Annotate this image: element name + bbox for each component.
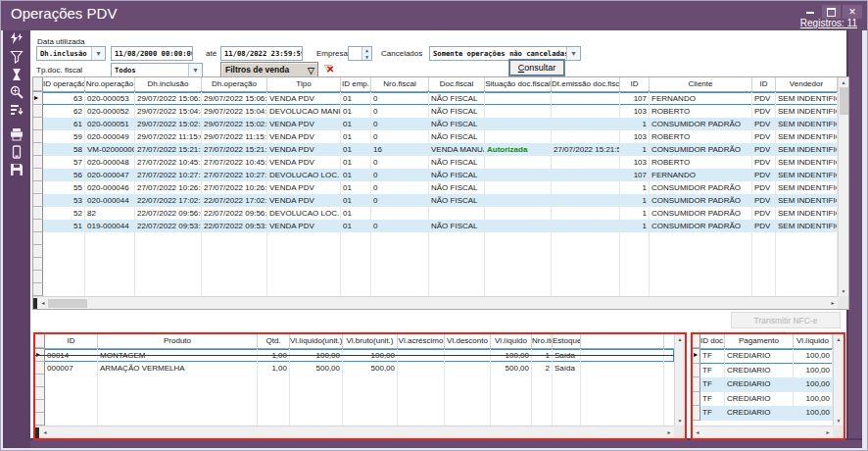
hourglass-icon[interactable] [3, 66, 30, 83]
minimize-button[interactable] [802, 5, 818, 19]
row-selector-cell[interactable]: ▸ [35, 349, 45, 362]
table-row[interactable]: TFCREDIARIO100,00 [693, 392, 833, 407]
consultar-button[interactable]: Consultar [509, 60, 564, 75]
column-header[interactable]: Cliente [650, 77, 752, 91]
table-row[interactable]: 59020-00004929/07/2022 11:15:0029/07/202… [33, 130, 838, 143]
close-button[interactable]: × [843, 5, 862, 19]
column-header[interactable]: Nro.item [532, 334, 553, 348]
row-selector-cell[interactable]: ▸ [693, 349, 700, 364]
scroll-right-icon[interactable]: ► [664, 427, 674, 437]
scroll-down-icon[interactable]: ▼ [839, 286, 848, 296]
table-row[interactable]: 000007ARMAÇÃO VERMELHA1,00500,00500,0050… [35, 362, 674, 375]
column-header[interactable]: Nro.fiscal [371, 77, 429, 91]
row-selector-cell[interactable] [33, 181, 43, 194]
filtros-de-venda-button[interactable]: Filtros de venda ▽ [220, 62, 318, 77]
column-header[interactable]: ID emp. [341, 77, 371, 91]
table-row[interactable]: TFCREDIARIO100,00 [693, 364, 833, 378]
row-selector-cell[interactable] [33, 194, 43, 207]
column-header[interactable]: Produto [98, 334, 258, 348]
items-hscrollbar[interactable]: ◄ ► [35, 426, 674, 438]
hscroll-thumb[interactable] [48, 299, 87, 308]
tp-doc-fiscal-combo[interactable]: Todos ▼ [111, 63, 203, 77]
column-header[interactable]: Estoque [553, 334, 581, 348]
clear-filter-button[interactable]: ▽ ✕ [322, 62, 338, 77]
scroll-right-icon[interactable]: ► [828, 298, 838, 308]
items-vscrollbar[interactable]: ▲ ▼ [674, 334, 685, 426]
row-selector-cell[interactable] [693, 377, 700, 392]
empresa-spinner[interactable]: ▲▼ [348, 46, 372, 61]
scroll-right-icon[interactable]: ► [823, 427, 833, 437]
filter-icon[interactable] [3, 48, 30, 66]
table-row[interactable]: ▸63020-00005329/07/2022 15:06:5229/07/20… [33, 92, 838, 105]
scroll-left-icon[interactable]: ◄ [693, 427, 702, 437]
sort-export-icon[interactable] [3, 101, 30, 119]
column-header[interactable]: Nro.operação [85, 77, 135, 91]
table-row[interactable]: 53020-00004422/07/2022 17:02:2822/07/202… [33, 194, 838, 207]
column-header[interactable]: Vl.líquido [491, 334, 532, 348]
date-field-combo[interactable]: Dh.inclusão ▼ [36, 46, 106, 61]
hscroll-grip[interactable] [33, 298, 37, 309]
scroll-left-icon[interactable]: ◄ [38, 298, 48, 308]
refresh-icon[interactable] [3, 30, 30, 48]
table-row[interactable]: 55020-00004627/07/2022 10:26:2427/07/202… [33, 181, 838, 194]
column-header[interactable]: ID doc. [700, 334, 725, 348]
date-to-input[interactable]: 11/08/2022 23:59:59 [220, 46, 303, 61]
column-header[interactable]: Vl.líquido [794, 334, 833, 348]
table-row[interactable]: ▸00014MONTAGEM1,00100,00100,00100,001Saí… [35, 349, 674, 362]
spinner-arrows[interactable]: ▲▼ [362, 47, 371, 60]
column-header[interactable]: ID [45, 334, 98, 348]
table-row[interactable]: 57020-00004827/07/2022 10:45:1327/07/202… [33, 156, 838, 169]
chevron-down-icon[interactable]: ▼ [188, 64, 202, 76]
row-selector-cell[interactable] [33, 143, 43, 156]
column-header[interactable]: Doc.fiscal [429, 77, 485, 91]
transmit-nfce-button[interactable]: Transmitir NFC-e pendentes [731, 312, 841, 328]
column-header[interactable]: ID operação [43, 77, 85, 91]
scroll-left-icon[interactable]: ◄ [40, 427, 50, 437]
registros-count-link[interactable]: Registros: 11 [800, 18, 857, 28]
row-selector-cell[interactable] [35, 362, 45, 375]
column-header[interactable]: ID [752, 77, 776, 91]
row-selector-cell[interactable] [33, 169, 43, 181]
table-row[interactable]: 58VM-02000000127/07/2022 15:21:5627/07/2… [33, 143, 838, 156]
scroll-up-icon[interactable]: ▲ [834, 334, 844, 344]
cancelados-combo[interactable]: Somente operações não canceladas ▼ [429, 46, 581, 61]
column-header[interactable] [581, 334, 664, 348]
row-selector-cell[interactable]: ▸ [33, 92, 43, 105]
payments-hscrollbar[interactable]: ◄ ► [693, 426, 833, 438]
scroll-down-icon[interactable]: ▼ [834, 416, 844, 426]
table-row[interactable]: 61020-00005129/07/2022 15:02:2229/07/202… [33, 118, 838, 130]
column-header[interactable]: Vl.desconto [445, 334, 491, 348]
save-icon[interactable] [3, 161, 30, 178]
table-row[interactable]: TFCREDIARIO100,00 [693, 406, 833, 421]
operations-vscrollbar[interactable]: ▲ ▼ [838, 77, 848, 296]
column-header[interactable]: Qtd. [258, 334, 290, 348]
scroll-up-icon[interactable]: ▲ [839, 77, 848, 87]
row-selector-cell[interactable] [33, 207, 43, 220]
scroll-down-icon[interactable]: ▼ [675, 416, 685, 426]
row-selector-cell[interactable] [33, 220, 43, 232]
table-row[interactable]: ▸TFCREDIARIO100,00 [693, 349, 833, 364]
column-header[interactable]: Vl.acréscimo [398, 334, 445, 348]
row-selector-cell[interactable] [33, 130, 43, 143]
table-row[interactable]: 56020-00004727/07/2022 10:27:2527/07/202… [33, 169, 838, 181]
column-header[interactable]: Pagamento [725, 334, 794, 348]
row-selector-cell[interactable] [693, 364, 700, 378]
column-header[interactable]: Tipo [267, 77, 341, 91]
row-selector-cell[interactable] [693, 392, 700, 407]
column-header[interactable]: ID [620, 77, 650, 91]
column-header[interactable]: Dh.inclusão [135, 77, 202, 91]
spinner-down-icon[interactable]: ▼ [362, 54, 371, 61]
row-selector-cell[interactable] [33, 105, 43, 118]
print-icon[interactable] [3, 125, 30, 143]
payments-vscrollbar[interactable]: ▲ ▼ [833, 334, 844, 426]
scroll-up-icon[interactable]: ▲ [675, 334, 685, 344]
table-row[interactable]: TFCREDIARIO100,00 [693, 377, 833, 392]
column-header[interactable]: Situação doc.fiscal [485, 77, 552, 91]
column-header[interactable]: Dt.emissão doc.fiscal [552, 77, 620, 91]
zoom-icon[interactable] [3, 83, 30, 101]
operations-hscrollbar[interactable]: ◄ ► [33, 296, 838, 309]
restore-button[interactable] [822, 5, 841, 19]
date-from-input[interactable]: 11/08/2000 00:00:00 [111, 46, 193, 61]
table-row[interactable]: 528222/07/2022 09:56:0822/07/2022 09:56:… [33, 207, 838, 220]
table-row[interactable]: 62020-00005229/07/2022 15:04:4029/07/202… [33, 105, 838, 118]
